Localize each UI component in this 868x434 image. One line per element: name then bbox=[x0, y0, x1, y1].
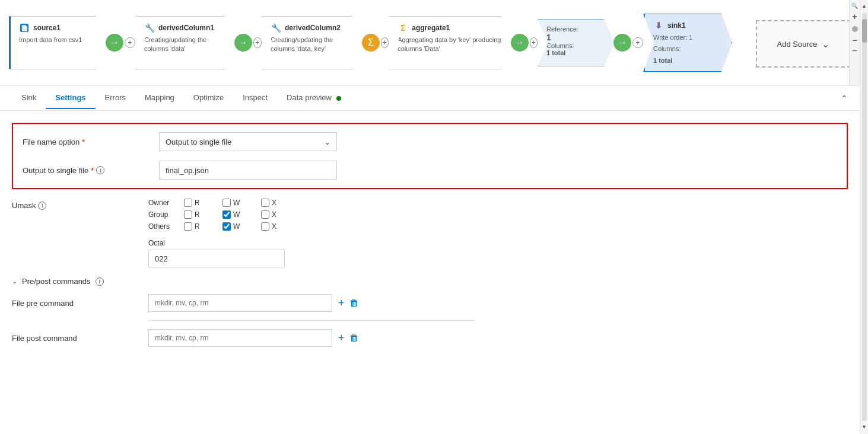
connector-5: → bbox=[615, 34, 630, 52]
umask-owner-r-label: R bbox=[195, 199, 200, 207]
plus-btn-3[interactable]: + bbox=[381, 37, 389, 48]
node-derived2-title: derivedColumn2 bbox=[285, 24, 341, 32]
pre-post-info-icon[interactable]: i bbox=[96, 277, 104, 286]
agg-icon: Σ bbox=[398, 23, 408, 33]
umask-others-w-label: W bbox=[233, 222, 240, 231]
connector-2: → bbox=[236, 34, 251, 52]
far-right-scrollbar: ▲ ▼ bbox=[860, 0, 868, 434]
tab-data-preview[interactable]: Data preview bbox=[277, 87, 351, 109]
file-post-add-btn[interactable]: + bbox=[338, 332, 345, 344]
collapse-panel-btn[interactable]: ⌃ bbox=[841, 94, 848, 103]
plus-btn-5[interactable]: + bbox=[632, 37, 643, 48]
ref-label: Reference: bbox=[546, 25, 578, 33]
pre-post-label: Pre/post commands bbox=[22, 277, 91, 286]
highlighted-form-section: File name option * Output to single file… bbox=[12, 123, 848, 189]
umask-others-w-checkbox[interactable] bbox=[222, 222, 231, 231]
octal-input[interactable] bbox=[148, 250, 285, 267]
umask-others-x-checkbox[interactable] bbox=[261, 222, 269, 231]
plus-zoom-btn[interactable]: + bbox=[851, 13, 859, 20]
file-post-command-input[interactable] bbox=[148, 329, 332, 347]
umask-others-row: Others R W X bbox=[148, 222, 294, 231]
node-derived2-desc: Creating/updating the columns 'data, key… bbox=[271, 36, 354, 54]
node-derivedColumn2[interactable]: 🔧 derivedColumn2 Creating/updating the c… bbox=[262, 16, 389, 69]
node-reference[interactable]: Reference: 1 Columns: 1 total → + bbox=[538, 19, 643, 66]
node-source1[interactable]: 📄 source1 Import data from csv1 → + bbox=[9, 16, 135, 69]
umask-grid: Owner R W X bbox=[148, 199, 294, 267]
node-agg-desc: Aggregating data by 'key' producing colu… bbox=[398, 36, 503, 54]
minus-btn2[interactable]: − bbox=[851, 47, 859, 55]
node-sink1[interactable]: ⬇ sink1 Write order: 1 Columns: 1 total bbox=[643, 14, 732, 72]
data-preview-dot bbox=[336, 96, 341, 101]
scroll-down-btn[interactable]: ▼ bbox=[861, 423, 868, 430]
arrow-icon-4: → bbox=[511, 34, 529, 52]
file-name-option-select[interactable]: Output to single file Default Pattern bbox=[159, 132, 337, 151]
tab-sink[interactable]: Sink bbox=[12, 87, 46, 109]
file-post-command-actions: + 🗑 bbox=[338, 332, 359, 344]
umask-group-w-checkbox[interactable] bbox=[222, 210, 231, 219]
octal-label: Octal bbox=[148, 239, 294, 247]
umask-owner-x-checkbox[interactable] bbox=[261, 199, 269, 207]
umask-owner-x: X bbox=[261, 199, 294, 207]
sink-cols-value: 1 total bbox=[653, 57, 672, 64]
tab-mapping[interactable]: Mapping bbox=[135, 87, 184, 109]
umask-group-x-label: X bbox=[272, 210, 276, 219]
umask-group-r-label: R bbox=[195, 210, 200, 219]
node-derived1-title: derivedColumn1 bbox=[158, 24, 214, 32]
arrow-icon-1: → bbox=[106, 34, 123, 52]
tab-settings[interactable]: Settings bbox=[46, 87, 95, 109]
derived2-icon: 🔧 bbox=[271, 23, 281, 33]
output-single-file-input[interactable] bbox=[159, 161, 337, 180]
file-pre-command-input[interactable] bbox=[148, 294, 332, 312]
file-pre-del-btn[interactable]: 🗑 bbox=[349, 298, 359, 308]
file-post-del-btn[interactable]: 🗑 bbox=[349, 333, 359, 343]
plus-btn-4[interactable]: + bbox=[530, 37, 538, 48]
required-star-1: * bbox=[82, 138, 85, 146]
output-single-file-info-icon[interactable]: i bbox=[96, 166, 104, 174]
file-name-option-row: File name option * Output to single file… bbox=[23, 132, 837, 151]
umask-group-w: W bbox=[222, 210, 255, 219]
node-derivedColumn1[interactable]: 🔧 derivedColumn1 Creating/updating the c… bbox=[135, 16, 262, 69]
umask-owner-label: Owner bbox=[148, 199, 178, 207]
scrollbar-track bbox=[862, 13, 867, 421]
output-single-file-row: Output to single file * i bbox=[23, 161, 837, 180]
umask-others-label: Others bbox=[148, 222, 178, 231]
umask-info-icon[interactable]: i bbox=[38, 202, 46, 210]
plus-btn-1[interactable]: + bbox=[125, 37, 135, 48]
umask-section: Umask i Owner R W bbox=[12, 199, 848, 267]
umask-group-r-checkbox[interactable] bbox=[184, 210, 192, 219]
node-derived1-desc: Creating/updating the columns 'data' bbox=[144, 36, 227, 54]
plus-btn-2[interactable]: + bbox=[253, 37, 262, 48]
sink-cols-label: Columns: bbox=[653, 45, 681, 52]
sink-write-value: 1 bbox=[689, 34, 692, 41]
umask-owner-w: W bbox=[222, 199, 255, 207]
add-source-button[interactable]: Add Source ⌄ bbox=[756, 20, 851, 68]
output-single-file-label: Output to single file * i bbox=[23, 166, 159, 175]
tab-inspect[interactable]: Inspect bbox=[233, 87, 277, 109]
pipeline-canvas: 📄 source1 Import data from csv1 → + bbox=[0, 0, 860, 86]
arrow-icon-3: Σ bbox=[362, 34, 380, 52]
scrollbar-thumb[interactable] bbox=[862, 19, 867, 43]
umask-others-r-checkbox[interactable] bbox=[184, 222, 192, 231]
umask-group-label: Group bbox=[148, 210, 178, 219]
right-panel: 🔍 + − − bbox=[849, 0, 860, 85]
umask-owner-x-label: X bbox=[272, 199, 276, 207]
umask-owner-w-checkbox[interactable] bbox=[222, 199, 231, 207]
add-source-chevron-icon[interactable]: ⌄ bbox=[822, 39, 829, 50]
add-source-area: Add Source ⌄ bbox=[744, 11, 851, 68]
source-icon: 📄 bbox=[19, 23, 30, 33]
scroll-up-btn[interactable]: ▲ bbox=[861, 2, 868, 9]
umask-group-x-checkbox[interactable] bbox=[261, 210, 269, 219]
file-pre-add-btn[interactable]: + bbox=[338, 297, 345, 309]
search-btn[interactable]: 🔍 bbox=[851, 2, 859, 9]
pre-post-header[interactable]: ⌄ Pre/post commands i bbox=[12, 277, 848, 286]
minus-zoom-btn[interactable]: − bbox=[851, 37, 859, 44]
ref-value: 1 bbox=[546, 33, 606, 42]
tab-optimize[interactable]: Optimize bbox=[184, 87, 233, 109]
node-aggregate1[interactable]: Σ aggregate1 Aggregating data by 'key' p… bbox=[389, 16, 538, 69]
node-source1-desc: Import data from csv1 bbox=[19, 36, 98, 44]
tab-errors[interactable]: Errors bbox=[96, 87, 135, 109]
arrow-icon-5: → bbox=[613, 34, 631, 52]
umask-owner-r-checkbox[interactable] bbox=[184, 199, 192, 207]
file-name-option-select-wrapper: Output to single file Default Pattern bbox=[159, 132, 337, 151]
required-star-2: * bbox=[91, 166, 94, 175]
